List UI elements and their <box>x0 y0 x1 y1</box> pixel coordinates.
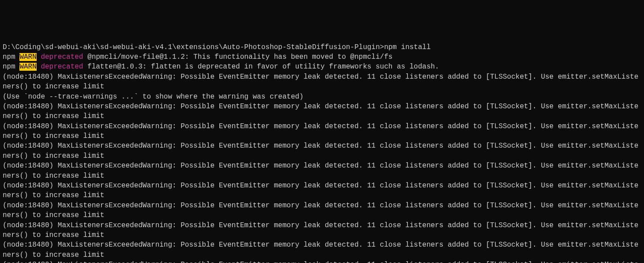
npm-prefix: npm <box>3 53 19 61</box>
deprecated-label: deprecated <box>37 63 87 71</box>
npm-warn-line-2: npm WARN deprecated flatten@1.0.3: flatt… <box>3 63 439 71</box>
npm-prefix: npm <box>3 63 19 71</box>
repeated-warnings-container: (node:18480) MaxListenersExceededWarning… <box>3 102 641 263</box>
trace-hint: (Use `node --trace-warnings ...` to show… <box>3 93 304 101</box>
warn-badge: WARN <box>19 53 36 61</box>
warn-badge: WARN <box>19 63 36 71</box>
npm-warn-line-1: npm WARN deprecated @npmcli/move-file@1.… <box>3 53 392 61</box>
prompt-path: D:\Coding\sd-webui-aki\sd-webui-aki-v4.1… <box>3 43 384 51</box>
deprecated-label: deprecated <box>37 53 87 61</box>
node-warning-first: (node:18480) MaxListenersExceededWarning… <box>3 73 638 91</box>
warn-message: @npmcli/move-file@1.1.2: This functional… <box>87 53 392 61</box>
command-text: npm install <box>384 43 431 51</box>
warn-message: flatten@1.0.3: flatten is deprecated in … <box>87 63 439 71</box>
terminal-output[interactable]: D:\Coding\sd-webui-aki\sd-webui-aki-v4.1… <box>3 42 641 263</box>
